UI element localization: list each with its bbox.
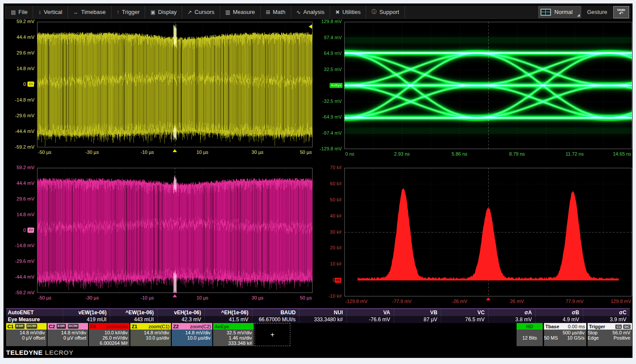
histogram-canvas[interactable] [344,168,632,296]
descriptor-z2-line-1: 10.0 µs/div [172,335,211,340]
hd-status-box[interactable]: HD 12 Bits [517,323,543,346]
menu-vertical[interactable]: ↕Vertical [33,6,68,18]
measure-col-header-7[interactable]: VB [394,309,441,316]
measure-col-value-3[interactable]: 41.5 mV [204,316,252,323]
descriptor-c2-badge-dc50: DC50 [68,323,79,329]
xtick-hist: -77.9 mV [392,299,412,304]
ytick-z1: -44.4 mV [6,129,34,134]
utilities-icon: ✖ [335,9,340,15]
timebase-status-box[interactable]: Tbase 0.00 ms 500 µs/div 50 MS 10 GS/s [544,323,586,346]
xtick-z2: 10 µs [197,295,208,300]
grid-mode-label: Normal [554,9,573,15]
measure-col-header-2[interactable]: vEH(1e-06) [157,309,204,316]
descriptor-f6-sublabel: perhist(Ae [106,324,128,329]
descriptor-z1-sublabel: zoom(C1) [149,324,170,329]
measure-col-header-5[interactable]: NUI [299,309,346,316]
descriptor-c1-header: C1ESRDC50 [6,323,47,330]
undo-button[interactable]: Undo ↶ [613,6,629,18]
xtick-z2: -50 µs [38,295,51,300]
measure-col-value-2[interactable]: 42.3 mV [157,316,204,323]
add-trace-button[interactable]: + [255,323,290,346]
measure-col-header-1[interactable]: ^EW(1e-06) [110,309,157,316]
measure-col-value-10[interactable]: 4.9 mV [535,316,582,323]
descriptor-c2[interactable]: C2ESRDC5014.8 mV/div0 µV offset [48,323,88,346]
measure-col-value-7[interactable]: 87 µV [394,316,441,323]
menu-utilities[interactable]: ✖Utilities [330,6,366,18]
descriptor-aeeye[interactable]: AeEye32.5 mV/div1.46 ns/div333.348 k# [213,323,254,346]
ytick-hist: 30 k# [313,229,342,235]
z2-waveform-canvas[interactable] [37,168,313,293]
z1-trigger-time-marker[interactable] [173,149,177,152]
measure-col-header-8[interactable]: VC [441,309,488,316]
z1-waveform-canvas[interactable] [37,22,313,147]
menu-trigger[interactable]: ↑Trigger [112,6,146,18]
z1-offset-indicator[interactable]: Z1 [27,82,34,87]
trigger-icon: ↑ [117,9,119,15]
display-icon: ▣ [150,9,155,15]
menu-measure[interactable]: ▥Measure [220,6,261,18]
hd-header: HD [517,323,543,330]
descriptor-c1[interactable]: C1ESRDC5014.8 mV/div0 µV offset [6,323,47,346]
measure-col-value-11[interactable]: 3.9 mV [583,316,630,323]
descriptor-aeeye-details: 32.5 mV/div1.46 ns/div333.348 k# [213,330,254,346]
tbase-scale: 500 µs/div [544,330,585,335]
menu-math[interactable]: ⊞Math [261,6,291,18]
trigger-mode: Stop [588,330,598,335]
panel-histogram[interactable] [344,168,632,296]
display-grid-mode-button[interactable]: Normal [538,6,581,18]
menu-analysis[interactable]: ∿Analysis [291,6,330,18]
trigger-level-marker[interactable] [309,24,312,29]
ytick-eye: -32.5 mV [313,99,342,104]
measure-col-value-5[interactable]: 333.3480 k# [299,316,346,323]
measure-col-header-0[interactable]: vEW(1e-06) [63,309,110,316]
oscilloscope-app: ▤File↕Vertical↔Timebase↑Trigger▣Display↗… [3,3,633,358]
panel-eye-diagram[interactable] [344,22,632,149]
z2-trigger-time-marker[interactable] [173,294,177,297]
descriptor-z2[interactable]: Z2zoom(C2)14.8 mV/div10.0 µs/div [172,323,212,346]
xtick-z1: 30 µs [252,150,263,155]
descriptor-c1-label: C1 [7,324,14,329]
menu-support[interactable]: ⓘSupport [366,6,405,18]
z2-offset-indicator[interactable]: Z2 [27,228,34,233]
measure-col-header-3[interactable]: ^EH(1e-06) [204,309,252,316]
measure-col-value-0[interactable]: 419 mUI [63,316,110,323]
descriptor-f6-line-1: 26.0 mV/div [89,335,128,340]
trigger-status-box[interactable]: Trigger C1DC Stop 56.0 mV Edge Positive [588,323,632,346]
descriptor-z1-line-0: 14.8 mV/div [130,330,169,335]
eye-diagram-canvas[interactable] [344,22,632,149]
descriptor-z1[interactable]: Z1zoom(C1)14.8 mV/div10.0 µs/div [130,323,171,346]
measure-col-value-1[interactable]: 443 mUI [110,316,157,323]
aeeye-offset-indicator[interactable]: AeEye [330,83,343,88]
measure-col-header-6[interactable]: VA [347,309,394,316]
panel-z1-waveform[interactable] [37,22,313,147]
descriptor-f6-header: F6perhist(Ae [89,323,129,330]
descriptor-c1-badge-esr: ESR [15,323,24,329]
measure-col-header-9[interactable]: σA [488,309,535,316]
graticule-grid-region: Z1 AeEye Z2 F6 59.2 mV44.4 mV29.6 mV14.8… [3,3,633,358]
measure-col-header-11[interactable]: σC [583,309,630,316]
menu-cursors[interactable]: ↗Cursors [182,6,220,18]
histogram-center-marker[interactable] [486,297,490,300]
f6-offset-indicator[interactable]: F6 [335,278,341,283]
descriptor-f6[interactable]: F6perhist(Ae10.0 k#/div26.0 mV/div6.0002… [89,323,129,346]
measure-col-value-6[interactable]: -76.6 mV [347,316,394,323]
measure-col-value-4[interactable]: 66.67000 MUI/s [252,316,299,323]
xtick-eye: 5.86 ns [452,151,467,156]
measure-col-header-10[interactable]: σB [535,309,582,316]
measure-col-value-9[interactable]: 3.8 mV [488,316,535,323]
menu-file[interactable]: ▤File [5,6,33,18]
ytick-z2: -59.2 mV [6,290,34,295]
xtick-eye: 11.72 ns [566,151,584,156]
measure-col-header-4[interactable]: BAUD [252,309,299,316]
menu-display[interactable]: ▣Display [145,6,182,18]
descriptor-c1-line-0: 14.8 mV/div [6,330,45,335]
panel-z2-waveform[interactable] [37,168,313,293]
vertical-icon: ↕ [38,9,41,15]
ytick-eye: -129.8 mV [313,146,342,151]
ytick-z1: 14.8 mV [6,66,34,71]
descriptor-z2-sublabel: zoom(C2) [190,324,211,329]
measurement-table[interactable]: AutoENET vEW(1e-06)^EW(1e-06)vEH(1e-06)^… [6,308,630,323]
measure-col-value-8[interactable]: 76.5 mV [441,316,488,323]
menu-timebase[interactable]: ↔Timebase [68,6,112,18]
ytick-z2: 29.6 mV [6,196,34,201]
